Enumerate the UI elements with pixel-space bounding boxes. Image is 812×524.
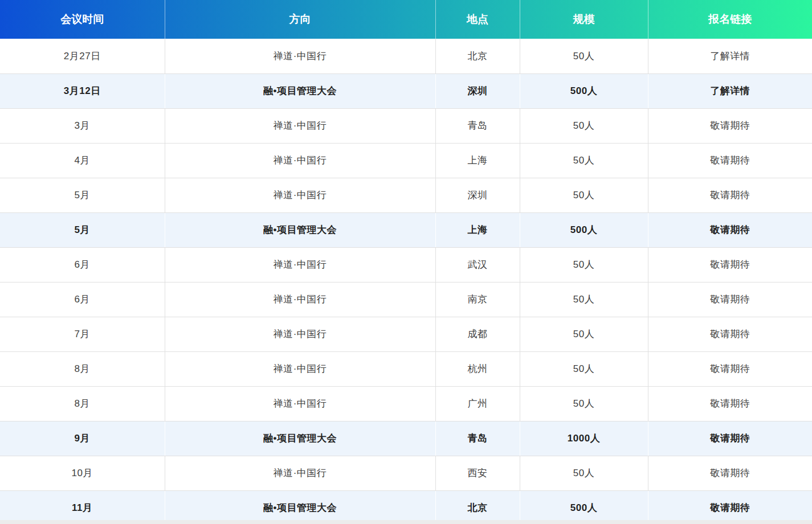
- cell-location: 广州: [435, 386, 520, 421]
- column-header-direction: 方向: [165, 0, 435, 39]
- cell-scale: 50人: [520, 317, 648, 351]
- conference-schedule-page: 会议时间 方向 地点 规模 报名链接 2月27日 禅道·中国行 北京 50人 了…: [0, 0, 812, 524]
- cell-scale: 50人: [520, 178, 648, 212]
- cell-location: 深圳: [435, 178, 520, 212]
- cell-scale: 50人: [520, 351, 648, 386]
- cell-registration-link: 敬请期待: [648, 247, 812, 282]
- conference-schedule-table: 会议时间 方向 地点 规模 报名链接 2月27日 禅道·中国行 北京 50人 了…: [0, 0, 812, 524]
- cell-location: 北京: [435, 490, 520, 524]
- cell-direction: 禅道·中国行: [165, 456, 435, 490]
- cell-direction: 禅道·中国行: [165, 39, 435, 73]
- cell-direction: 禅道·中国行: [165, 143, 435, 178]
- cell-registration-link[interactable]: 了解详情: [648, 73, 812, 108]
- column-header-scale: 规模: [520, 0, 648, 39]
- cell-scale: 50人: [520, 247, 648, 282]
- table-row: 5月 融•项目管理大会 上海 500人 敬请期待: [0, 212, 812, 247]
- cell-scale: 50人: [520, 143, 648, 178]
- cell-meeting-time: 8月: [0, 351, 165, 386]
- cell-registration-link: 敬请期待: [648, 143, 812, 178]
- cell-meeting-time: 9月: [0, 421, 165, 456]
- table-row: 6月 禅道·中国行 武汉 50人 敬请期待: [0, 247, 812, 282]
- cell-meeting-time: 2月27日: [0, 39, 165, 73]
- table-row: 3月 禅道·中国行 青岛 50人 敬请期待: [0, 108, 812, 143]
- cell-registration-link: 敬请期待: [648, 421, 812, 456]
- cell-location: 深圳: [435, 73, 520, 108]
- cell-scale: 50人: [520, 282, 648, 317]
- cell-direction: 禅道·中国行: [165, 108, 435, 143]
- cell-meeting-time: 6月: [0, 247, 165, 282]
- table-row: 11月 融•项目管理大会 北京 500人 敬请期待: [0, 490, 812, 524]
- cell-direction: 禅道·中国行: [165, 386, 435, 421]
- cell-direction: 融•项目管理大会: [165, 212, 435, 247]
- cell-meeting-time: 5月: [0, 212, 165, 247]
- cell-location: 青岛: [435, 108, 520, 143]
- cell-registration-link: 敬请期待: [648, 108, 812, 143]
- cell-direction: 融•项目管理大会: [165, 421, 435, 456]
- cell-meeting-time: 7月: [0, 317, 165, 351]
- cell-scale: 500人: [520, 212, 648, 247]
- cell-registration-link: 敬请期待: [648, 386, 812, 421]
- cell-registration-link: 敬请期待: [648, 178, 812, 212]
- table-row: 9月 融•项目管理大会 青岛 1000人 敬请期待: [0, 421, 812, 456]
- cell-registration-link: 敬请期待: [648, 317, 812, 351]
- table-row: 8月 禅道·中国行 广州 50人 敬请期待: [0, 386, 812, 421]
- cell-location: 成都: [435, 317, 520, 351]
- cell-registration-link: 敬请期待: [648, 456, 812, 490]
- table-row: 3月12日 融•项目管理大会 深圳 500人 了解详情: [0, 73, 812, 108]
- cell-meeting-time: 4月: [0, 143, 165, 178]
- table-row: 8月 禅道·中国行 杭州 50人 敬请期待: [0, 351, 812, 386]
- cell-meeting-time: 5月: [0, 178, 165, 212]
- table-header-row: 会议时间 方向 地点 规模 报名链接: [0, 0, 812, 39]
- column-header-meeting-time: 会议时间: [0, 0, 165, 39]
- table-row: 10月 禅道·中国行 西安 50人 敬请期待: [0, 456, 812, 490]
- column-header-location: 地点: [435, 0, 520, 39]
- cell-direction: 禅道·中国行: [165, 282, 435, 317]
- cell-location: 杭州: [435, 351, 520, 386]
- table-header: 会议时间 方向 地点 规模 报名链接: [0, 0, 812, 39]
- cell-registration-link: 敬请期待: [648, 282, 812, 317]
- cell-scale: 50人: [520, 108, 648, 143]
- cell-direction: 融•项目管理大会: [165, 490, 435, 524]
- table-row: 4月 禅道·中国行 上海 50人 敬请期待: [0, 143, 812, 178]
- cell-meeting-time: 11月: [0, 490, 165, 524]
- column-header-registration-link: 报名链接: [648, 0, 812, 39]
- cell-direction: 禅道·中国行: [165, 178, 435, 212]
- cell-location: 南京: [435, 282, 520, 317]
- cell-scale: 1000人: [520, 421, 648, 456]
- cell-registration-link[interactable]: 了解详情: [648, 39, 812, 73]
- cell-scale: 500人: [520, 490, 648, 524]
- cell-scale: 50人: [520, 456, 648, 490]
- cell-meeting-time: 10月: [0, 456, 165, 490]
- cell-location: 武汉: [435, 247, 520, 282]
- cell-direction: 融•项目管理大会: [165, 73, 435, 108]
- cell-meeting-time: 3月12日: [0, 73, 165, 108]
- cell-direction: 禅道·中国行: [165, 247, 435, 282]
- table-row: 5月 禅道·中国行 深圳 50人 敬请期待: [0, 178, 812, 212]
- cell-registration-link: 敬请期待: [648, 490, 812, 524]
- cell-location: 上海: [435, 212, 520, 247]
- cell-meeting-time: 3月: [0, 108, 165, 143]
- table-row: 6月 禅道·中国行 南京 50人 敬请期待: [0, 282, 812, 317]
- cell-direction: 禅道·中国行: [165, 351, 435, 386]
- cell-scale: 50人: [520, 386, 648, 421]
- table-body: 2月27日 禅道·中国行 北京 50人 了解详情 3月12日 融•项目管理大会 …: [0, 39, 812, 524]
- cell-direction: 禅道·中国行: [165, 317, 435, 351]
- cell-scale: 500人: [520, 73, 648, 108]
- cell-scale: 50人: [520, 39, 648, 73]
- cell-meeting-time: 6月: [0, 282, 165, 317]
- cell-location: 上海: [435, 143, 520, 178]
- cell-registration-link: 敬请期待: [648, 351, 812, 386]
- cell-location: 北京: [435, 39, 520, 73]
- cell-meeting-time: 8月: [0, 386, 165, 421]
- horizontal-scrollbar[interactable]: [0, 520, 812, 524]
- table-row: 2月27日 禅道·中国行 北京 50人 了解详情: [0, 39, 812, 73]
- cell-location: 西安: [435, 456, 520, 490]
- cell-location: 青岛: [435, 421, 520, 456]
- cell-registration-link: 敬请期待: [648, 212, 812, 247]
- table-row: 7月 禅道·中国行 成都 50人 敬请期待: [0, 317, 812, 351]
